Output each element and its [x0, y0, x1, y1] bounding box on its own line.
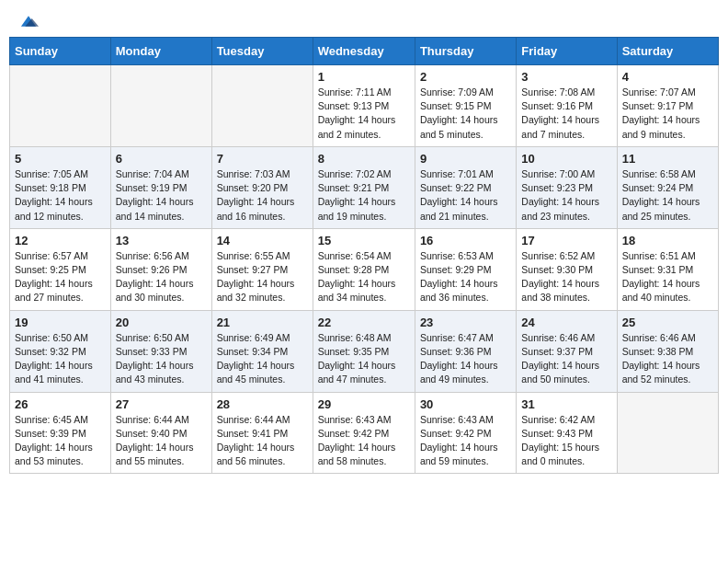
cell-info: Sunrise: 7:01 AMSunset: 9:22 PMDaylight:… — [420, 167, 511, 224]
calendar-cell: 9Sunrise: 7:01 AMSunset: 9:22 PMDaylight… — [415, 146, 516, 228]
cell-info: Sunrise: 6:50 AMSunset: 9:33 PMDaylight:… — [116, 331, 207, 387]
cell-info: Sunrise: 6:50 AMSunset: 9:32 PMDaylight:… — [15, 331, 106, 387]
day-number: 15 — [318, 234, 410, 247]
cell-info: Sunrise: 6:55 AMSunset: 9:27 PMDaylight:… — [217, 249, 308, 305]
day-number: 1 — [318, 70, 410, 84]
cell-info: Sunrise: 6:56 AMSunset: 9:26 PMDaylight:… — [116, 249, 207, 305]
cell-info: Sunrise: 7:05 AMSunset: 9:18 PMDaylight:… — [15, 167, 106, 224]
calendar-week-row: 26Sunrise: 6:45 AMSunset: 9:39 PMDayligh… — [10, 392, 719, 474]
day-number: 4 — [622, 70, 713, 84]
calendar-cell: 27Sunrise: 6:44 AMSunset: 9:40 PMDayligh… — [110, 392, 211, 474]
day-number: 2 — [420, 70, 511, 84]
calendar-cell: 12Sunrise: 6:57 AMSunset: 9:25 PMDayligh… — [10, 228, 111, 310]
calendar-cell: 1Sunrise: 7:11 AMSunset: 9:13 PMDaylight… — [313, 65, 415, 147]
cell-info: Sunrise: 6:49 AMSunset: 9:34 PMDaylight:… — [217, 331, 308, 387]
cell-info: Sunrise: 6:48 AMSunset: 9:35 PMDaylight:… — [318, 331, 410, 387]
calendar-cell: 23Sunrise: 6:47 AMSunset: 9:36 PMDayligh… — [415, 310, 516, 392]
calendar-cell: 8Sunrise: 7:02 AMSunset: 9:21 PMDaylight… — [313, 146, 415, 228]
calendar-cell: 18Sunrise: 6:51 AMSunset: 9:31 PMDayligh… — [617, 228, 718, 310]
calendar-cell: 16Sunrise: 6:53 AMSunset: 9:29 PMDayligh… — [415, 228, 516, 310]
calendar-cell: 26Sunrise: 6:45 AMSunset: 9:39 PMDayligh… — [10, 392, 111, 474]
weekday-header-saturday: Saturday — [617, 38, 718, 65]
day-number: 17 — [521, 234, 611, 247]
day-number: 3 — [521, 70, 611, 84]
calendar-cell: 31Sunrise: 6:42 AMSunset: 9:43 PMDayligh… — [517, 392, 617, 474]
calendar-cell: 21Sunrise: 6:49 AMSunset: 9:34 PMDayligh… — [211, 310, 313, 392]
day-number: 24 — [521, 316, 611, 329]
calendar-cell: 29Sunrise: 6:43 AMSunset: 9:42 PMDayligh… — [313, 392, 415, 474]
cell-info: Sunrise: 7:09 AMSunset: 9:15 PMDaylight:… — [420, 86, 511, 142]
day-number: 20 — [116, 316, 207, 329]
weekday-header-thursday: Thursday — [415, 38, 516, 65]
weekday-header-sunday: Sunday — [10, 38, 111, 65]
calendar-table: SundayMondayTuesdayWednesdayThursdayFrid… — [9, 37, 719, 474]
day-number: 6 — [116, 152, 207, 166]
calendar-cell: 10Sunrise: 7:00 AMSunset: 9:23 PMDayligh… — [517, 146, 617, 228]
cell-info: Sunrise: 6:46 AMSunset: 9:38 PMDaylight:… — [622, 331, 713, 387]
calendar-cell: 30Sunrise: 6:43 AMSunset: 9:42 PMDayligh… — [415, 392, 516, 474]
day-number: 25 — [622, 316, 713, 329]
calendar-cell: 2Sunrise: 7:09 AMSunset: 9:15 PMDaylight… — [415, 65, 516, 147]
cell-info: Sunrise: 7:03 AMSunset: 9:20 PMDaylight:… — [217, 167, 308, 224]
day-number: 14 — [217, 234, 308, 247]
day-number: 9 — [420, 152, 511, 166]
cell-info: Sunrise: 6:43 AMSunset: 9:42 PMDaylight:… — [318, 413, 410, 469]
cell-info: Sunrise: 7:04 AMSunset: 9:19 PMDaylight:… — [116, 167, 207, 224]
day-number: 21 — [217, 316, 308, 329]
day-number: 23 — [420, 316, 511, 329]
cell-info: Sunrise: 7:02 AMSunset: 9:21 PMDaylight:… — [318, 167, 410, 224]
cell-info: Sunrise: 6:44 AMSunset: 9:40 PMDaylight:… — [116, 413, 207, 469]
cell-info: Sunrise: 6:46 AMSunset: 9:37 PMDaylight:… — [521, 331, 611, 387]
weekday-header-wednesday: Wednesday — [313, 38, 415, 65]
page-wrapper: SundayMondayTuesdayWednesdayThursdayFrid… — [0, 0, 728, 483]
calendar-cell: 7Sunrise: 7:03 AMSunset: 9:20 PMDaylight… — [211, 146, 313, 228]
weekday-header-row: SundayMondayTuesdayWednesdayThursdayFrid… — [10, 38, 719, 65]
calendar-cell: 24Sunrise: 6:46 AMSunset: 9:37 PMDayligh… — [517, 310, 617, 392]
calendar-week-row: 19Sunrise: 6:50 AMSunset: 9:32 PMDayligh… — [10, 310, 719, 392]
calendar-cell — [617, 392, 718, 474]
day-number: 18 — [622, 234, 713, 247]
cell-info: Sunrise: 6:51 AMSunset: 9:31 PMDaylight:… — [622, 249, 713, 305]
cell-info: Sunrise: 6:58 AMSunset: 9:24 PMDaylight:… — [622, 167, 713, 224]
day-number: 16 — [420, 234, 511, 247]
day-number: 7 — [217, 152, 308, 166]
weekday-header-friday: Friday — [517, 38, 617, 65]
logo-icon — [18, 11, 39, 31]
day-number: 5 — [15, 152, 106, 166]
cell-info: Sunrise: 7:07 AMSunset: 9:17 PMDaylight:… — [622, 86, 713, 142]
weekday-header-monday: Monday — [110, 38, 211, 65]
day-number: 11 — [622, 152, 713, 166]
calendar-cell — [211, 65, 313, 147]
day-number: 13 — [116, 234, 207, 247]
calendar-cell: 13Sunrise: 6:56 AMSunset: 9:26 PMDayligh… — [110, 228, 211, 310]
header — [0, 0, 728, 37]
calendar-cell — [110, 65, 211, 147]
calendar-week-row: 5Sunrise: 7:05 AMSunset: 9:18 PMDaylight… — [10, 146, 719, 228]
weekday-header-tuesday: Tuesday — [211, 38, 313, 65]
cell-info: Sunrise: 7:11 AMSunset: 9:13 PMDaylight:… — [318, 86, 410, 142]
day-number: 28 — [217, 397, 308, 411]
cell-info: Sunrise: 6:43 AMSunset: 9:42 PMDaylight:… — [420, 413, 511, 469]
calendar-cell: 4Sunrise: 7:07 AMSunset: 9:17 PMDaylight… — [617, 65, 718, 147]
calendar-cell: 25Sunrise: 6:46 AMSunset: 9:38 PMDayligh… — [617, 310, 718, 392]
cell-info: Sunrise: 6:53 AMSunset: 9:29 PMDaylight:… — [420, 249, 511, 305]
calendar-container: SundayMondayTuesdayWednesdayThursdayFrid… — [0, 37, 728, 483]
day-number: 10 — [521, 152, 611, 166]
calendar-cell: 11Sunrise: 6:58 AMSunset: 9:24 PMDayligh… — [617, 146, 718, 228]
day-number: 8 — [318, 152, 410, 166]
cell-info: Sunrise: 6:54 AMSunset: 9:28 PMDaylight:… — [318, 249, 410, 305]
day-number: 27 — [116, 397, 207, 411]
logo — [17, 11, 39, 31]
calendar-cell: 22Sunrise: 6:48 AMSunset: 9:35 PMDayligh… — [313, 310, 415, 392]
day-number: 26 — [15, 397, 106, 411]
calendar-cell: 6Sunrise: 7:04 AMSunset: 9:19 PMDaylight… — [110, 146, 211, 228]
cell-info: Sunrise: 6:45 AMSunset: 9:39 PMDaylight:… — [15, 413, 106, 469]
calendar-cell: 5Sunrise: 7:05 AMSunset: 9:18 PMDaylight… — [10, 146, 111, 228]
day-number: 19 — [15, 316, 106, 329]
day-number: 22 — [318, 316, 410, 329]
day-number: 31 — [521, 397, 611, 411]
calendar-cell: 28Sunrise: 6:44 AMSunset: 9:41 PMDayligh… — [211, 392, 313, 474]
calendar-cell: 19Sunrise: 6:50 AMSunset: 9:32 PMDayligh… — [10, 310, 111, 392]
calendar-cell: 14Sunrise: 6:55 AMSunset: 9:27 PMDayligh… — [211, 228, 313, 310]
cell-info: Sunrise: 6:57 AMSunset: 9:25 PMDaylight:… — [15, 249, 106, 305]
